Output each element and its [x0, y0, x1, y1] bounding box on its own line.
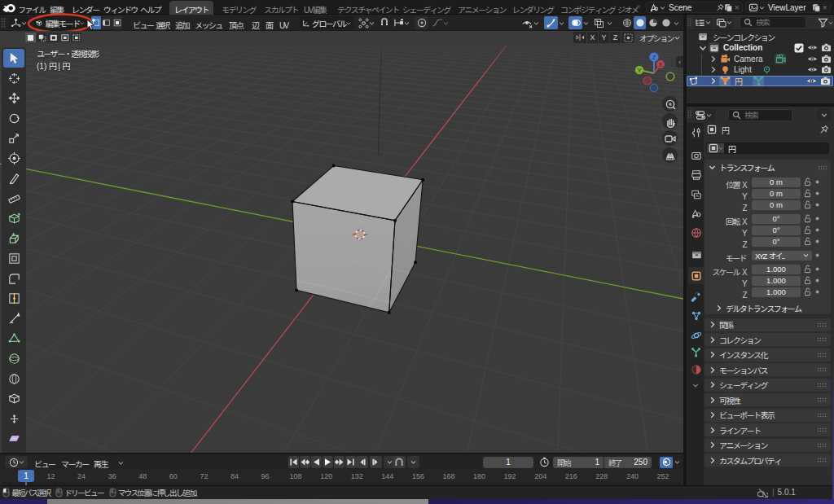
svg-text:Y: Y — [637, 67, 641, 74]
svg-text:X: X — [658, 61, 662, 68]
svg-text:Z: Z — [652, 54, 656, 61]
